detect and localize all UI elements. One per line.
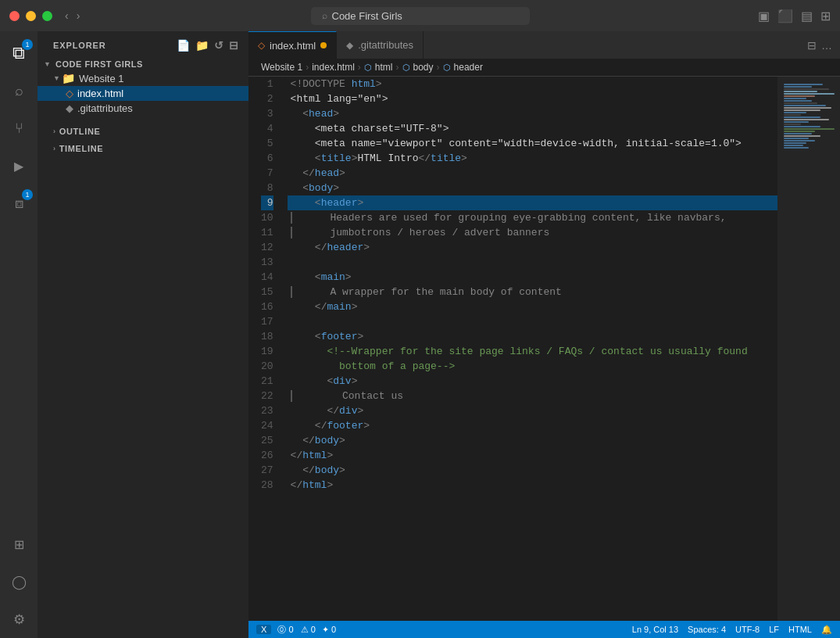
maximize-button[interactable] bbox=[42, 11, 52, 21]
settings-icon: ⚙ bbox=[13, 611, 25, 628]
collapse-workspace-icon: ▼ bbox=[44, 60, 51, 68]
breadcrumb: Website 1 › index.html › ⬡ html › ⬡ body… bbox=[248, 59, 840, 77]
explorer-activity-icon[interactable]: ⧉ 1 bbox=[0, 34, 38, 72]
sidebar-title: EXPLORER bbox=[53, 41, 106, 50]
language-mode[interactable]: HTML bbox=[788, 625, 812, 634]
customize-layout-icon[interactable]: ⊞ bbox=[820, 9, 831, 23]
outline-section[interactable]: › OUTLINE bbox=[38, 122, 248, 139]
tab-gitattributes[interactable]: ◆ .gitattributes bbox=[337, 31, 424, 59]
indentation[interactable]: Spaces: 4 bbox=[688, 625, 726, 634]
folder-website1[interactable]: ▼ 📁 Website 1 bbox=[38, 70, 248, 86]
editor-layout-icon[interactable]: ▣ bbox=[758, 9, 770, 23]
git-file-icon: ◆ bbox=[66, 102, 73, 114]
file-label-git: .gitattributes bbox=[77, 102, 133, 114]
extensions-activity-icon[interactable]: ⧈ 1 bbox=[0, 185, 38, 222]
tab-bar: ◇ index.html ◆ .gitattributes ⊟ … bbox=[248, 31, 840, 59]
tab-html-icon: ◇ bbox=[258, 40, 265, 51]
remote-icon: ⊞ bbox=[14, 537, 24, 552]
html-file-icon: ◇ bbox=[66, 88, 73, 99]
settings-activity-icon[interactable]: ⚙ bbox=[0, 600, 38, 638]
toggle-sidebar-icon[interactable]: ▤ bbox=[801, 9, 813, 23]
close-button[interactable] bbox=[9, 11, 20, 21]
file-label-index: index.html bbox=[77, 88, 123, 99]
run-icon: ▶ bbox=[14, 159, 23, 174]
breadcrumb-html[interactable]: html bbox=[375, 62, 393, 73]
cursor-position[interactable]: Ln 9, Col 13 bbox=[632, 625, 678, 634]
folder-icon: 📁 bbox=[62, 72, 75, 84]
outline-label: OUTLINE bbox=[59, 127, 101, 136]
explorer-badge: 1 bbox=[22, 39, 33, 50]
editor-area: ◇ index.html ◆ .gitattributes ⊟ … Websit… bbox=[248, 31, 840, 638]
timeline-section[interactable]: › TIMELINE bbox=[38, 139, 248, 156]
outline-arrow-icon: › bbox=[53, 127, 56, 135]
line-numbers: 1234567891011121314151617181920212223242… bbox=[248, 77, 283, 621]
breadcrumb-body[interactable]: body bbox=[413, 62, 434, 73]
minimize-button[interactable] bbox=[26, 11, 36, 21]
status-right: Ln 9, Col 13 Spaces: 4 UTF-8 LF HTML 🔔 bbox=[632, 625, 832, 635]
breadcrumb-header[interactable]: header bbox=[454, 62, 483, 73]
toggle-panel-icon[interactable]: ⬛ bbox=[777, 9, 793, 23]
search-icon: ⌕ bbox=[322, 10, 327, 21]
tab-index-html[interactable]: ◇ index.html bbox=[248, 31, 337, 59]
file-gitattributes[interactable]: ◆ .gitattributes bbox=[38, 101, 248, 116]
expand-folder-icon: ▼ bbox=[53, 74, 60, 82]
status-bar: X ⓪ 0 ⚠ 0 ✦ 0 Ln 9, Col 13 Spaces: 4 UTF… bbox=[248, 621, 840, 638]
run-debug-activity-icon[interactable]: ▶ bbox=[0, 147, 38, 185]
tab-label-index: index.html bbox=[270, 40, 316, 52]
refresh-button[interactable]: ↺ bbox=[214, 39, 224, 52]
sidebar: EXPLORER 📄 📁 ↺ ⊟ ▼ CODE FIRST GIRLS ▼ 📁 … bbox=[38, 31, 248, 638]
more-actions-icon[interactable]: … bbox=[821, 39, 832, 52]
breadcrumb-html-icon: ⬡ bbox=[364, 63, 372, 73]
file-index-html[interactable]: ◇ index.html bbox=[38, 86, 248, 101]
source-control-status[interactable]: X bbox=[256, 625, 271, 634]
new-folder-button[interactable]: 📁 bbox=[195, 39, 209, 52]
workspace-root[interactable]: ▼ CODE FIRST GIRLS bbox=[38, 58, 248, 70]
search-bar-text: Code First Girls bbox=[332, 10, 402, 22]
extensions-badge: 1 bbox=[22, 189, 33, 200]
unsaved-indicator bbox=[320, 42, 327, 48]
timeline-label: TIMELINE bbox=[59, 144, 104, 153]
nav-forward-button[interactable]: › bbox=[77, 9, 80, 22]
activity-bar: ⧉ 1 ⌕ ⑂ ▶ ⧈ 1 ⊞ ◯ ⚙ bbox=[0, 31, 38, 638]
breadcrumb-body-icon: ⬡ bbox=[402, 63, 410, 73]
notifications-count[interactable]: ✦ 0 bbox=[322, 625, 336, 635]
feedback-icon[interactable]: 🔔 bbox=[821, 625, 832, 635]
source-control-activity-icon[interactable]: ⑂ bbox=[0, 109, 38, 147]
nav-back-button[interactable]: ‹ bbox=[65, 9, 69, 22]
extensions-icon: ⧈ bbox=[15, 195, 23, 212]
sidebar-action-buttons: 📄 📁 ↺ ⊟ bbox=[177, 39, 239, 52]
split-editor-icon[interactable]: ⊟ bbox=[807, 39, 817, 52]
remote-explorer-activity-icon[interactable]: ⊞ bbox=[0, 525, 38, 563]
sidebar-header: EXPLORER 📄 📁 ↺ ⊟ bbox=[38, 31, 248, 58]
encoding[interactable]: UTF-8 bbox=[735, 625, 760, 634]
title-search-bar[interactable]: ⌕ Code First Girls bbox=[311, 7, 530, 25]
breadcrumb-file[interactable]: index.html bbox=[312, 62, 355, 73]
titlebar: ‹ › ⌕ Code First Girls ▣ ⬛ ▤ ⊞ bbox=[0, 0, 840, 31]
nav-arrows: ‹ › bbox=[65, 9, 80, 22]
code-editor: 1234567891011121314151617181920212223242… bbox=[248, 77, 840, 621]
sidebar-content: ▼ CODE FIRST GIRLS ▼ 📁 Website 1 ◇ index… bbox=[38, 58, 248, 638]
timeline-arrow-icon: › bbox=[53, 145, 56, 152]
source-control-icon: ⑂ bbox=[15, 120, 23, 137]
window-controls-right: ▣ ⬛ ▤ ⊞ bbox=[758, 9, 831, 23]
account-icon: ◯ bbox=[12, 574, 27, 590]
new-file-button[interactable]: 📄 bbox=[177, 39, 191, 52]
main-layout: ⧉ 1 ⌕ ⑂ ▶ ⧈ 1 ⊞ ◯ ⚙ EXPLORER � bbox=[0, 31, 840, 638]
traffic-lights bbox=[9, 11, 52, 21]
breadcrumb-header-icon: ⬡ bbox=[443, 63, 451, 73]
errors-warnings[interactable]: ⓪ 0 ⚠ 0 bbox=[277, 624, 316, 636]
search-activity-icon[interactable]: ⌕ bbox=[0, 72, 38, 109]
folder-label: Website 1 bbox=[79, 73, 124, 84]
search-icon: ⌕ bbox=[15, 83, 23, 99]
tab-label-git: .gitattributes bbox=[358, 39, 413, 51]
tab-bar-actions: ⊟ … bbox=[807, 39, 840, 52]
breadcrumb-website[interactable]: Website 1 bbox=[261, 62, 302, 73]
minimap bbox=[777, 77, 840, 621]
status-left: X ⓪ 0 ⚠ 0 ✦ 0 bbox=[256, 624, 336, 636]
code-content[interactable]: <!DOCTYPE html><html lang="en"> <head> <… bbox=[283, 77, 777, 621]
account-activity-icon[interactable]: ◯ bbox=[0, 563, 38, 600]
collapse-button[interactable]: ⊟ bbox=[229, 39, 239, 52]
tab-git-icon: ◆ bbox=[346, 40, 353, 51]
line-ending[interactable]: LF bbox=[769, 625, 779, 634]
workspace-label: CODE FIRST GIRLS bbox=[55, 59, 143, 69]
